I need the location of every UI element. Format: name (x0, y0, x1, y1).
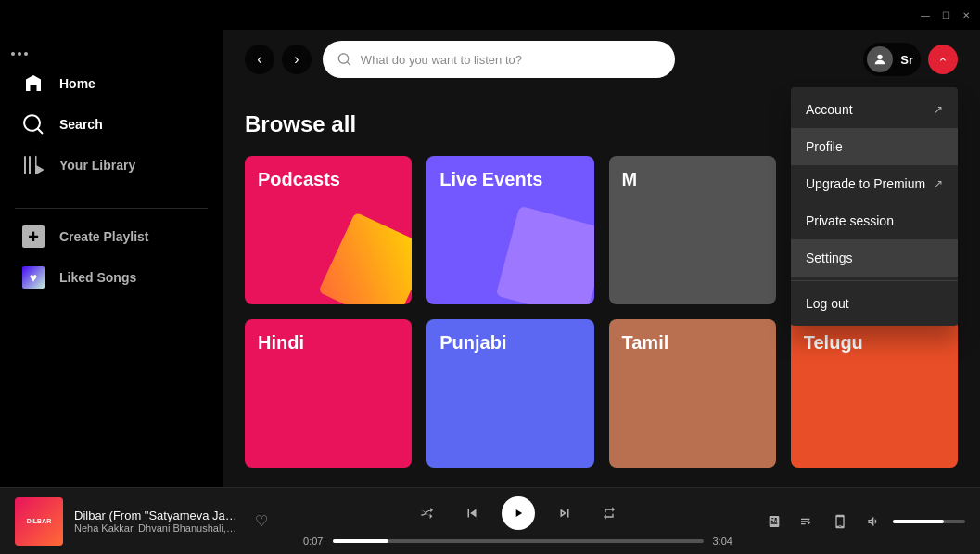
shuffle-button[interactable] (413, 498, 442, 528)
thumb-text: DILBAR (27, 518, 51, 525)
search-icon (22, 113, 45, 135)
card-label-hindi: Hindi (258, 332, 304, 354)
chevron-up-button[interactable] (928, 45, 958, 74)
external-link-icon-2: ↗ (934, 177, 943, 190)
dropdown-item-logout[interactable]: Log out (791, 285, 958, 322)
card-hindi[interactable]: Hindi (245, 319, 412, 468)
more-options-icon[interactable] (0, 45, 223, 63)
forward-button[interactable]: › (282, 45, 312, 74)
sidebar-item-search[interactable]: Search (0, 104, 223, 145)
progress-fill (333, 539, 388, 543)
volume-fill (893, 520, 944, 523)
devices-button[interactable] (827, 509, 852, 535)
sidebar: Home Search Your Library (0, 30, 223, 487)
user-name: Sr (900, 53, 913, 67)
track-info: DILBAR Dilbar (From "Satyameva Jayate" N… (15, 497, 274, 546)
home-label: Home (59, 76, 95, 91)
card-label-music: M (622, 169, 638, 190)
add-icon: + (22, 225, 45, 248)
now-playing-bar: DILBAR Dilbar (From "Satyameva Jayate" N… (0, 487, 980, 554)
volume-button[interactable] (859, 509, 885, 535)
heart-icon: ♥ (22, 266, 45, 289)
track-artist: Neha Kakkar, Dhvani Bhanushali, Ikka, T (74, 522, 237, 534)
minimize-button[interactable]: — (919, 8, 932, 21)
right-controls (761, 509, 965, 535)
card-tamil[interactable]: Tamil (609, 319, 776, 468)
dropdown-item-settings[interactable]: Settings (791, 239, 958, 277)
volume-bar[interactable] (893, 520, 965, 523)
close-button[interactable]: ✕ (960, 8, 973, 21)
search-bar-icon (337, 52, 351, 67)
previous-button[interactable] (457, 498, 487, 528)
sidebar-divider (15, 208, 208, 209)
sidebar-item-create-playlist[interactable]: + Create Playlist (0, 216, 223, 257)
sidebar-item-home[interactable]: Home (0, 63, 223, 104)
sidebar-nav: Home Search Your Library (0, 37, 223, 200)
library-label: Your Library (59, 158, 135, 173)
track-text: Dilbar (From "Satyameva Jayate" Neha Kak… (74, 509, 237, 534)
card-podcasts[interactable]: Podcasts (245, 156, 412, 304)
back-button[interactable]: ‹ (245, 45, 274, 74)
search-input[interactable] (361, 53, 660, 67)
dropdown-item-profile[interactable]: Profile (791, 128, 958, 165)
nav-arrows: ‹ › (245, 45, 312, 74)
card-telugu[interactable]: Telugu (791, 319, 958, 468)
user-button[interactable]: Sr (863, 43, 921, 76)
search-label: Search (59, 117, 103, 132)
progress-bar-area: 0:07 3:04 (296, 535, 741, 547)
track-name: Dilbar (From "Satyameva Jayate" (74, 509, 237, 522)
queue-button[interactable] (794, 509, 819, 535)
external-link-icon: ↗ (934, 103, 943, 116)
progress-bar[interactable] (333, 539, 704, 543)
card-music[interactable]: M (609, 156, 776, 304)
next-button[interactable] (550, 498, 579, 528)
track-thumbnail: DILBAR (15, 497, 63, 546)
svg-point-0 (878, 55, 883, 59)
liked-songs-label: Liked Songs (59, 270, 136, 285)
repeat-button[interactable] (594, 498, 624, 528)
create-playlist-label: Create Playlist (59, 229, 149, 244)
card-label-telugu: Telugu (804, 332, 863, 354)
card-label-live: Live Events (439, 169, 542, 190)
like-button[interactable]: ♡ (248, 509, 274, 535)
sidebar-item-liked-songs[interactable]: ♥ Liked Songs (0, 257, 223, 298)
library-icon (22, 154, 45, 176)
player-controls: 0:07 3:04 (274, 496, 761, 547)
dropdown-divider (791, 280, 958, 281)
card-punjabi[interactable]: Punjabi (426, 319, 593, 468)
maximize-button[interactable]: ☐ (939, 8, 952, 21)
time-total: 3:04 (713, 535, 741, 547)
card-live-events[interactable]: Live Events (426, 156, 593, 304)
search-bar[interactable] (323, 41, 675, 78)
dropdown-menu: Account ↗ Profile Upgrade to Premium ↗ P… (791, 87, 958, 326)
dropdown-item-private-session[interactable]: Private session (791, 202, 958, 239)
control-buttons (413, 496, 624, 530)
play-pause-button[interactable] (502, 496, 535, 530)
title-bar: — ☐ ✕ (0, 0, 980, 30)
dropdown-item-account[interactable]: Account ↗ (791, 91, 958, 128)
card-label-punjabi: Punjabi (439, 332, 506, 354)
time-current: 0:07 (296, 535, 324, 547)
sidebar-item-library[interactable]: Your Library (0, 145, 223, 186)
lyrics-button[interactable] (761, 509, 786, 535)
card-label-podcasts: Podcasts (258, 169, 340, 190)
user-area: Sr Account ↗ Profile (863, 43, 958, 76)
dropdown-item-upgrade[interactable]: Upgrade to Premium ↗ (791, 165, 958, 202)
app-body: Home Search Your Library (0, 30, 980, 487)
card-label-tamil: Tamil (622, 332, 669, 354)
window-controls: — ☐ ✕ (919, 8, 973, 21)
avatar (867, 46, 893, 72)
main-content: ‹ › Sr (223, 30, 980, 487)
home-icon (22, 72, 45, 95)
top-nav: ‹ › Sr (223, 30, 980, 89)
